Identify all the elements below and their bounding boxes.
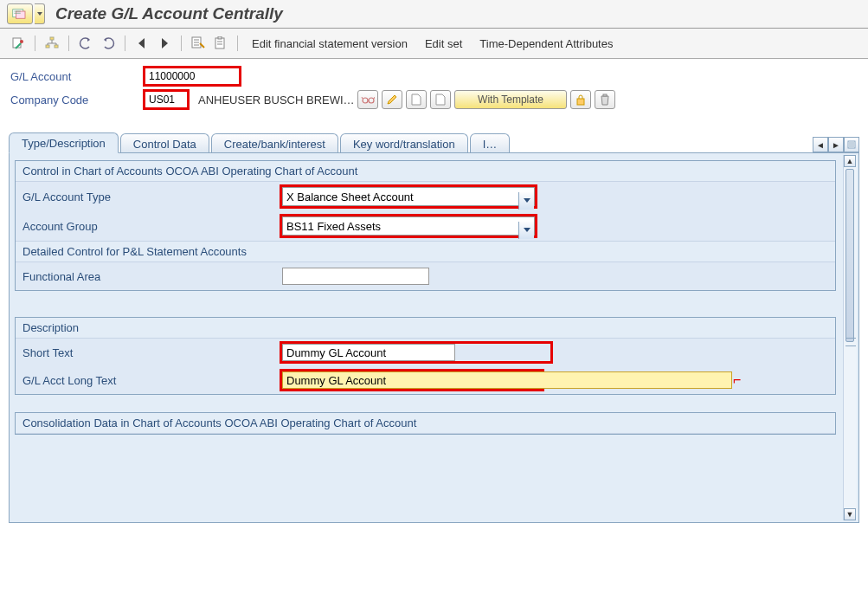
tab-container: Type/Description Control Data Create/ban…: [9, 132, 859, 523]
title-bar: Create G/L Account Centrally: [0, 0, 868, 29]
document-other-button[interactable]: [9, 34, 28, 53]
edit-fsv-link[interactable]: Edit financial statement version: [252, 37, 408, 50]
group-description-title: Description: [16, 318, 835, 339]
header-area: G/L Account Company Code ANHEUSER BUSCH …: [0, 59, 868, 119]
account-group-dropdown[interactable]: [518, 222, 534, 239]
tab-scroll-right[interactable]: ►: [828, 137, 844, 152]
triangle-left-icon: [138, 38, 146, 48]
svg-rect-1: [16, 11, 26, 18]
toolbar-separator: [35, 36, 35, 51]
form-menu-icon: [12, 8, 28, 20]
redo-button[interactable]: [99, 34, 118, 53]
svg-rect-13: [603, 94, 607, 96]
glasses-icon: [361, 94, 375, 106]
required-marker-icon: ⌐: [733, 372, 741, 388]
toolbar: Edit financial statement version Edit se…: [0, 29, 868, 59]
lock-button[interactable]: [570, 90, 591, 109]
svg-rect-9: [218, 36, 222, 39]
gl-account-input[interactable]: [145, 68, 240, 85]
toolbar-separator: [125, 36, 125, 51]
copy-button[interactable]: [430, 90, 451, 109]
functional-area-label: Functional Area: [23, 270, 282, 283]
edit-set-link[interactable]: Edit set: [425, 37, 462, 50]
clipboard-icon: [214, 36, 228, 50]
tab-create-bank-interest[interactable]: Create/bank/interest: [211, 133, 338, 153]
toolbar-separator: [181, 36, 182, 51]
svg-point-10: [363, 98, 368, 103]
short-text-input[interactable]: [282, 344, 455, 361]
title-menu-dropdown[interactable]: [35, 3, 45, 24]
gl-account-type-select[interactable]: [282, 187, 535, 206]
svg-rect-12: [577, 99, 584, 105]
long-text-input[interactable]: [282, 371, 542, 389]
prev-button[interactable]: [132, 34, 151, 53]
tab-information[interactable]: I…: [470, 133, 511, 153]
tab-list-button[interactable]: [844, 137, 859, 152]
gl-account-type-dropdown[interactable]: [518, 192, 534, 210]
chevron-down-icon: [524, 198, 530, 203]
title-menu-button[interactable]: [7, 3, 33, 24]
lock-icon: [575, 94, 586, 106]
pencil-icon: [386, 94, 398, 106]
group-consolidation: Consolidation Data in Chart of Accounts …: [15, 412, 836, 435]
gl-account-type-label: G/L Account Type: [23, 190, 282, 203]
company-description: ANHEUSER BUSCH BREWI…: [198, 94, 354, 107]
scroll-thumb[interactable]: [845, 169, 854, 342]
group-control-coa-title: Control in Chart of Accounts OCOA ABI Op…: [16, 161, 835, 182]
tab-panel: Control in Chart of Accounts OCOA ABI Op…: [9, 152, 859, 523]
long-text-input-ext[interactable]: [542, 371, 732, 389]
tab-keyword-translation[interactable]: Key word/translation: [340, 133, 468, 153]
with-template-button[interactable]: With Template: [454, 90, 567, 109]
svg-point-11: [369, 98, 374, 103]
group-consolidation-title: Consolidation Data in Chart of Accounts …: [16, 413, 835, 434]
short-text-label: Short Text: [23, 346, 282, 359]
chevron-down-icon: [524, 228, 530, 232]
undo-icon: [79, 36, 93, 50]
time-dep-link[interactable]: Time-Dependent Attributes: [479, 37, 613, 50]
list-button[interactable]: [189, 34, 208, 53]
scroll-up-button[interactable]: ▲: [844, 155, 856, 167]
triangle-right-icon: [160, 38, 169, 48]
chevron-down-icon: [37, 12, 42, 16]
functional-area-input[interactable]: [282, 268, 429, 285]
next-button[interactable]: [155, 34, 174, 53]
tab-type-description[interactable]: Type/Description: [9, 132, 119, 153]
with-template-label: With Template: [478, 94, 543, 106]
group-description: Description Short Text G/L Acct Long Tex…: [15, 317, 836, 395]
svg-rect-6: [55, 45, 58, 48]
edit-button[interactable]: [382, 90, 402, 109]
hierarchy-button[interactable]: [42, 34, 61, 53]
scroll-down-button[interactable]: ▼: [844, 508, 856, 520]
redo-icon: [101, 36, 115, 50]
page-title: Create G/L Account Centrally: [55, 4, 283, 23]
new-button[interactable]: [406, 90, 427, 109]
account-group-select[interactable]: [282, 216, 535, 236]
svg-rect-5: [46, 45, 49, 48]
detailed-control-title: Detailed Control for P&L Statement Accou…: [16, 241, 835, 262]
document-other-icon: [11, 36, 25, 50]
tab-list-icon: [847, 140, 856, 149]
list-arrow-icon: [191, 36, 205, 50]
toolbar-separator: [68, 36, 69, 51]
blank-document-icon: [435, 94, 446, 106]
gl-account-label: G/L Account: [10, 70, 145, 83]
svg-rect-4: [50, 37, 54, 40]
tab-scroll-left[interactable]: ◄: [813, 137, 828, 152]
delete-button[interactable]: [595, 90, 615, 109]
company-code-label: Company Code: [10, 94, 145, 107]
trash-icon: [600, 94, 610, 106]
hierarchy-icon: [45, 36, 59, 50]
blank-document-icon: [411, 94, 421, 106]
display-button[interactable]: [357, 90, 378, 109]
long-text-label: G/L Acct Long Text: [23, 374, 282, 387]
scroll-grip-icon: [845, 338, 856, 346]
clipboard-button[interactable]: [211, 34, 230, 53]
svg-rect-8: [215, 38, 224, 48]
group-control-coa: Control in Chart of Accounts OCOA ABI Op…: [15, 160, 836, 291]
toolbar-separator: [237, 36, 238, 51]
undo-button[interactable]: [76, 34, 95, 53]
tab-control-data[interactable]: Control Data: [120, 133, 209, 153]
company-code-input[interactable]: [145, 91, 188, 108]
panel-scrollbar[interactable]: ▲ ▼: [843, 155, 857, 520]
account-group-label: Account Group: [23, 220, 282, 233]
